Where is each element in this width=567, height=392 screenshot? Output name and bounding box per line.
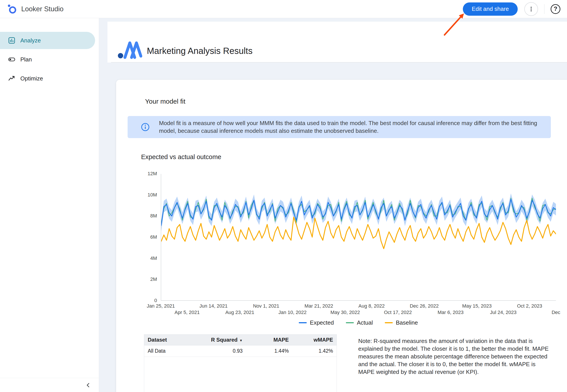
edit-and-share-button[interactable]: Edit and share xyxy=(463,2,518,16)
y-axis-tick-label: 4M xyxy=(127,255,157,261)
x-axis-tick-label: May 30, 2022 xyxy=(324,309,366,315)
table-cell: 1.44% xyxy=(246,345,292,357)
legend-item-expected[interactable]: Expected xyxy=(299,319,334,326)
y-axis-tick-label: 2M xyxy=(127,276,157,282)
x-axis-tick-label: Jan 25, 2021 xyxy=(140,303,182,309)
x-axis-tick-label: Jul 24, 2023 xyxy=(482,309,524,315)
y-axis-tick-label: 0 xyxy=(127,298,157,303)
table-row: All Data0.931.44%1.42% xyxy=(144,345,336,357)
optimize-trending-up-icon xyxy=(8,75,15,82)
sidebar-item-label: Optimize xyxy=(20,75,43,82)
sidebar-item-optimize[interactable]: Optimize xyxy=(0,70,99,87)
x-axis-tick-label: Dec 26, 2022 xyxy=(403,303,445,309)
app-window: Looker Studio Edit and share ? Analyze xyxy=(0,0,567,392)
top-bar: Looker Studio Edit and share ? xyxy=(0,0,567,18)
sidebar-footer xyxy=(0,378,99,392)
x-axis-tick-label: Apr 5, 2021 xyxy=(166,309,208,315)
x-axis-tick-label: Nov 1, 2021 xyxy=(245,303,287,309)
help-button[interactable]: ? xyxy=(551,4,560,14)
looker-studio-logo-icon xyxy=(7,4,17,14)
legend-label: Expected xyxy=(310,319,334,326)
chart-legend: ExpectedActualBaseline xyxy=(161,319,556,326)
model-fit-table: Dataset R Squared▼ MAPE wMAPE All Data0.… xyxy=(144,334,337,392)
legend-item-baseline[interactable]: Baseline xyxy=(385,319,418,326)
legend-swatch-icon xyxy=(299,322,307,323)
x-axis-tick-label: Dec xyxy=(535,309,567,315)
x-axis-tick-label: Aug 23, 2021 xyxy=(219,309,261,315)
table-cell: 0.93 xyxy=(204,345,246,357)
x-axis-tick-label: May 15, 2023 xyxy=(456,303,498,309)
x-axis-tick-label: Jan 10, 2022 xyxy=(272,309,314,315)
y-axis-tick-label: 10M xyxy=(127,192,157,198)
y-axis-tick-label: 8M xyxy=(127,213,157,219)
legend-label: Actual xyxy=(357,319,373,326)
sidebar-item-analyze[interactable]: Analyze xyxy=(0,32,95,49)
legend-label: Baseline xyxy=(396,319,418,326)
table-cell: All Data xyxy=(144,345,204,357)
chart-series-svg xyxy=(161,174,556,300)
collapse-chevron-left-icon[interactable] xyxy=(85,382,91,388)
sidebar-item-label: Analyze xyxy=(20,37,41,44)
column-header-r-squared[interactable]: R Squared▼ xyxy=(204,335,246,345)
more-options-button[interactable] xyxy=(524,2,538,16)
sidebar: Analyze Plan Optimize xyxy=(0,18,99,392)
report-page: Marketing Analysis Results Your model fi… xyxy=(107,22,567,392)
x-axis-tick-label: Jun 14, 2021 xyxy=(192,303,234,309)
analyze-chart-icon xyxy=(8,37,15,44)
chart-plot-area[interactable] xyxy=(161,174,556,301)
kebab-menu-icon xyxy=(528,6,534,12)
column-header-wmape[interactable]: wMAPE xyxy=(292,335,336,345)
x-axis-tick-label: Aug 8, 2022 xyxy=(350,303,393,309)
app-title: Looker Studio xyxy=(21,5,63,13)
table-header-row: Dataset R Squared▼ MAPE wMAPE xyxy=(144,335,336,345)
y-axis-tick-label: 6M xyxy=(127,234,157,240)
table-cell: 1.42% xyxy=(292,345,336,357)
sidebar-item-label: Plan xyxy=(20,56,32,63)
sort-desc-icon: ▼ xyxy=(239,338,243,342)
x-axis-tick-label: Oct 17, 2022 xyxy=(377,309,419,315)
column-header-mape[interactable]: MAPE xyxy=(246,335,292,345)
plan-toggle-icon xyxy=(8,56,15,63)
x-axis-tick-label: Mar 21, 2022 xyxy=(298,303,340,309)
legend-swatch-icon xyxy=(346,322,354,323)
y-axis-tick-label: 12M xyxy=(127,171,157,177)
topbar-divider xyxy=(544,4,544,14)
column-header-dataset[interactable]: Dataset xyxy=(144,335,204,345)
note-text: Note: R-squared measures the amount of v… xyxy=(358,337,550,376)
report-canvas: Marketing Analysis Results Your model fi… xyxy=(99,18,567,392)
legend-swatch-icon xyxy=(385,322,393,323)
x-axis-tick-label: Mar 6, 2023 xyxy=(429,309,471,315)
legend-item-actual[interactable]: Actual xyxy=(346,319,373,326)
x-axis-tick-label: Oct 2, 2023 xyxy=(509,303,551,309)
help-icon: ? xyxy=(554,5,557,12)
sidebar-nav: Analyze Plan Optimize xyxy=(0,18,99,87)
confidence-band xyxy=(161,193,556,231)
sidebar-item-plan[interactable]: Plan xyxy=(0,51,99,68)
